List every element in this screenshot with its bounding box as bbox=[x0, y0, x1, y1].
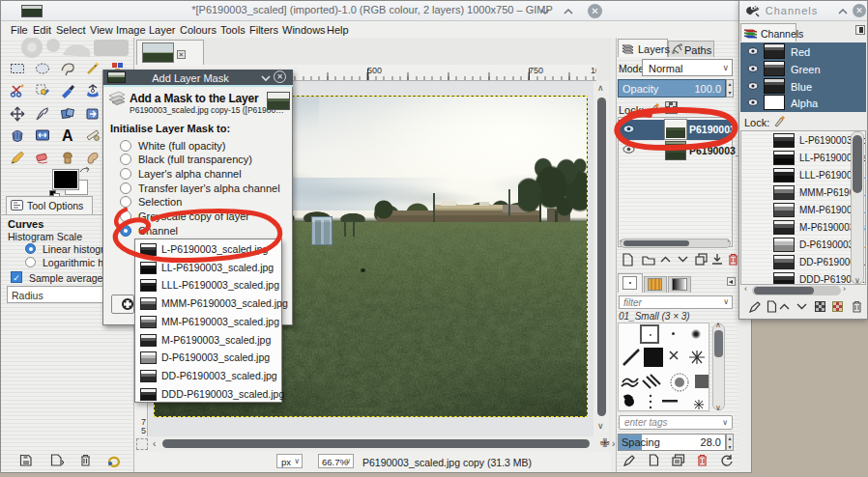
svg-text:A: A bbox=[62, 127, 73, 143]
